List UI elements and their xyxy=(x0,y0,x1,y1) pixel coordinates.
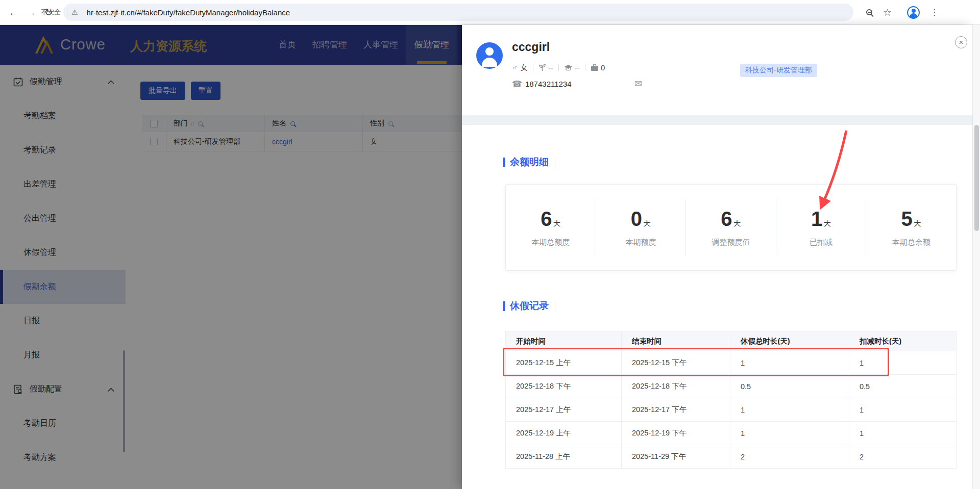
gender-icon: ♂ xyxy=(512,63,518,72)
gender-value: 女 xyxy=(520,63,528,72)
record-row: 2025-11-28 上午 2025-11-29 下午 2 2 xyxy=(506,445,956,468)
phone-number: 18743211234 xyxy=(525,80,572,88)
leave-records-table: 开始时间 结束时间 休假总时长(天) 扣减时长(天) 2025-12-15 上午… xyxy=(505,331,957,469)
employee-detail-drawer: × cccgirl ♂女 -- -- 0 xyxy=(462,25,972,489)
stat-adjusted-quota: 6天 调整额度值 xyxy=(685,199,776,255)
seniority-icon xyxy=(538,64,546,71)
education-value: -- xyxy=(575,63,580,72)
app-page: Crowe 人力资源系统 首页 招聘管理 人事管理 假勤管理 假勤管理 考勤 xyxy=(0,25,980,489)
header-divider-band xyxy=(462,115,972,125)
seniority-value: -- xyxy=(548,63,553,72)
scrollbar-thumb[interactable] xyxy=(974,125,979,231)
url-text[interactable]: hr-test.zjf-it.cn/#/fakeDuty/fakeDutyMan… xyxy=(87,8,290,17)
stat-period-quota: 0天 本期额度 xyxy=(596,199,686,255)
phone-icon: ☎ xyxy=(512,79,522,89)
balance-section-header: 余额明细 xyxy=(503,156,555,169)
close-icon[interactable]: × xyxy=(955,36,967,48)
address-bar[interactable]: ⚠ 不安全 hr-test.zjf-it.cn/#/fakeDuty/fakeD… xyxy=(63,4,853,21)
balance-stats-card: 6天 本期总额度 0天 本期额度 6天 调整额度值 1天 已扣减 5天 本期 xyxy=(505,184,957,271)
balance-section-title: 余额明细 xyxy=(510,156,549,169)
records-section-header: 休假记录 xyxy=(503,299,555,313)
work-years-value: 0 xyxy=(601,63,605,72)
records-header-row: 开始时间 结束时间 休假总时长(天) 扣减时长(天) xyxy=(506,331,956,351)
security-warning-icon: ⚠ xyxy=(71,8,78,16)
zoom-page-icon[interactable] xyxy=(863,9,876,15)
education-icon xyxy=(564,64,573,71)
stat-deducted: 1天 已扣减 xyxy=(776,199,866,255)
magnifier-minus-icon xyxy=(866,9,872,15)
avatar xyxy=(476,42,503,69)
bookmark-star-icon[interactable]: ☆ xyxy=(883,7,892,18)
record-row: 2025-12-19 上午 2025-12-19 下午 1 1 xyxy=(506,421,956,445)
browser-forward-icon[interactable]: → xyxy=(22,7,40,18)
employee-name: cccgirl xyxy=(512,40,550,54)
browser-menu-icon[interactable]: ⋮ xyxy=(930,7,939,18)
page-scrollbar[interactable] xyxy=(972,25,980,489)
employee-meta-row: ♂女 -- -- 0 xyxy=(512,63,605,72)
browser-window: ← → ↻ ⚠ 不安全 hr-test.zjf-it.cn/#/fakeDuty… xyxy=(0,0,980,489)
browser-back-icon[interactable]: ← xyxy=(5,7,22,18)
browser-profile-icon[interactable] xyxy=(907,6,920,19)
stat-total-balance: 5天 本期总余额 xyxy=(866,199,956,255)
briefcase-icon xyxy=(591,64,599,71)
records-section-title: 休假记录 xyxy=(510,299,549,313)
record-row: 2025-12-15 上午 2025-12-15 下午 1 1 xyxy=(506,351,956,374)
department-tag: 科技公司-研发管理部 xyxy=(740,64,817,77)
record-row: 2025-12-18 下午 2025-12-18 下午 0.5 0.5 xyxy=(506,374,956,398)
mail-icon[interactable]: ✉ xyxy=(634,78,642,89)
record-row: 2025-12-17 上午 2025-12-17 下午 1 1 xyxy=(506,398,956,421)
security-label[interactable]: 不安全 xyxy=(41,8,67,17)
stat-total-quota: 6天 本期总额度 xyxy=(506,199,596,255)
phone-row: ☎ 18743211234 xyxy=(512,79,572,89)
browser-toolbar: ← → ↻ ⚠ 不安全 hr-test.zjf-it.cn/#/fakeDuty… xyxy=(0,0,980,25)
